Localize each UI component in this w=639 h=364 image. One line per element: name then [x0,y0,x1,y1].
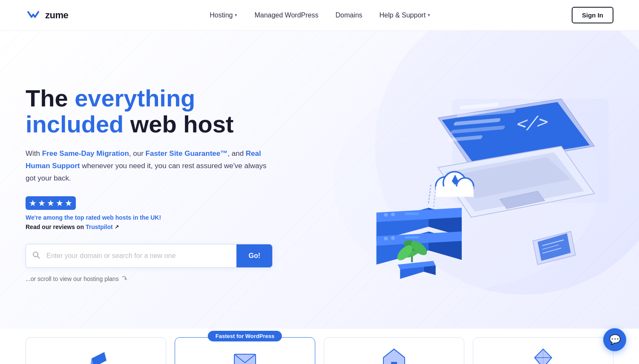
star-4: ★ [56,198,63,208]
svg-rect-33 [436,186,474,187]
nav-menu: Hosting ▾ Managed WordPress Domains Help… [210,11,430,19]
svg-rect-32 [436,186,474,197]
card-4 [473,337,613,364]
card-3-inner [324,341,464,364]
guarantee-link[interactable]: Faster Site Guarantee™ [146,149,228,158]
domain-search-input[interactable] [46,244,236,267]
card-1-inner [26,341,166,364]
svg-point-21 [391,212,395,216]
svg-point-26 [384,237,388,241]
isometric-illustration: </> [320,61,613,307]
domain-search-bar: Go! [26,244,273,268]
nav-hosting[interactable]: Hosting ▾ [210,11,237,19]
card-3 [324,337,464,364]
nav-help-support[interactable]: Help & Support ▾ [380,11,431,19]
card-1-icon [81,346,111,364]
svg-rect-22 [405,212,419,215]
star-3: ★ [47,198,55,208]
star-2: ★ [38,198,46,208]
svg-marker-51 [92,352,106,364]
card-3-icon [379,346,409,364]
hero-illustration: </> [320,61,613,307]
migration-link[interactable]: Free Same-Day Migration [42,149,129,158]
navbar: zume Hosting ▾ Managed WordPress Domains… [0,0,639,31]
logo-icon [26,8,41,23]
card-badge: Fastest for WordPress [208,331,282,341]
star-rating: ★ ★ ★ ★ ★ [26,196,76,210]
svg-rect-28 [405,236,419,238]
trustpilot-top-text: We're among the top rated web hosts in t… [26,214,320,221]
card-2-inner [175,341,315,364]
star-1: ★ [29,198,37,208]
card-2-icon [230,346,260,364]
cards-strip: Fastest for WordPress [0,337,639,364]
card-4-icon [528,346,558,364]
trustpilot-link[interactable]: Read our reviews on Trustpilot ↗ [26,224,320,230]
chevron-down-icon: ▾ [428,12,430,18]
nav-managed-wordpress[interactable]: Managed WordPress [254,11,318,19]
card-4-inner [473,341,613,364]
logo-link[interactable]: zume [26,8,68,23]
hero-title: The everything included web host [26,85,320,138]
scroll-hint: ...or scroll to view our hosting plans ↷ [26,275,320,283]
svg-rect-54 [391,362,397,364]
domain-search-button[interactable]: Go! [236,244,272,267]
svg-line-2 [37,256,40,258]
svg-point-20 [384,213,388,217]
chevron-down-icon: ▾ [235,12,237,18]
card-2: Fastest for WordPress [175,337,315,364]
nav-domains[interactable]: Domains [335,11,362,19]
svg-point-27 [391,236,395,240]
search-icon [26,251,46,261]
hero-section: The everything included web host With Fr… [0,31,639,329]
scroll-arrow-icon: ↷ [120,274,128,284]
hero-content: The everything included web host With Fr… [26,85,320,283]
hero-subtitle: With Free Same-Day Migration, our Faster… [26,148,273,185]
stars-row: ★ ★ ★ ★ ★ [26,196,320,210]
svg-marker-53 [383,349,405,364]
card-1 [26,337,166,364]
chat-button[interactable]: 💬 [603,328,626,351]
star-5: ★ [65,198,72,208]
logo-text: zume [45,10,68,21]
chat-icon: 💬 [609,334,621,345]
sign-in-button[interactable]: Sign In [572,7,613,23]
external-link-icon: ↗ [115,224,119,230]
